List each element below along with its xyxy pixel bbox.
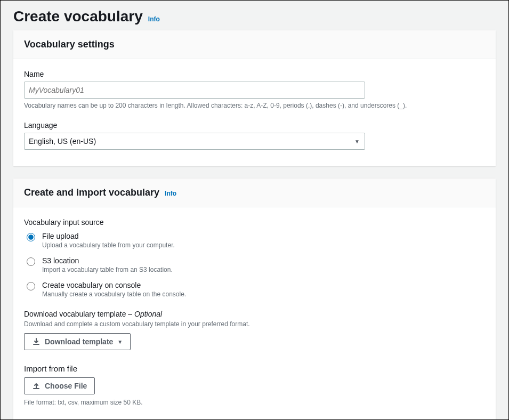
panel-title-settings: Vocabulary settings: [24, 39, 115, 50]
panel-create-import: Create and import vocabulary Info Vocabu…: [13, 179, 496, 420]
panel-vocabulary-settings: Vocabulary settings Name Vocabulary name…: [13, 30, 496, 166]
input-source-label: Vocabulary input source: [24, 218, 485, 227]
choose-file-button[interactable]: Choose File: [24, 377, 95, 394]
radio-console-desc: Manually create a vocabulary table on th…: [42, 290, 186, 298]
download-template-hint: Download and complete a custom vocabular…: [24, 320, 485, 328]
download-heading-optional: Optional: [134, 310, 162, 318]
name-label: Name: [24, 70, 485, 78]
radio-console[interactable]: [27, 282, 35, 290]
download-template-button[interactable]: Download template ▼: [24, 333, 131, 350]
language-value: English, US (en-US): [29, 137, 96, 146]
choose-file-label: Choose File: [45, 382, 87, 390]
radio-s3-location-desc: Import a vocabulary table from an S3 loc…: [42, 266, 173, 273]
download-template-heading: Download vocabulary template – Optional: [24, 310, 485, 318]
download-icon: [32, 337, 41, 346]
language-select[interactable]: English, US (en-US): [24, 133, 365, 150]
upload-icon: [32, 382, 41, 390]
caret-down-icon: ▼: [117, 339, 123, 345]
info-link-header[interactable]: Info: [148, 15, 160, 23]
radio-console-label: Create vocabulary on console: [42, 281, 186, 289]
radio-file-upload-label: File upload: [42, 232, 175, 240]
name-input[interactable]: [24, 82, 365, 99]
file-format-hint: File format: txt, csv, maximum size 50 K…: [24, 399, 485, 406]
page-title: Create vocabulary: [13, 8, 143, 25]
import-from-file-heading: Import from file: [24, 364, 485, 373]
radio-s3-location[interactable]: [27, 257, 35, 266]
radio-file-upload[interactable]: [27, 233, 35, 241]
radio-file-upload-desc: Upload a vocabulary table from your comp…: [42, 241, 175, 249]
panel-title-import: Create and import vocabulary: [24, 187, 159, 198]
language-label: Language: [24, 121, 485, 130]
download-template-label: Download template: [45, 337, 113, 346]
radio-s3-location-label: S3 location: [42, 256, 173, 265]
name-hint: Vocabulary names can be up to 200 charac…: [24, 102, 485, 109]
download-heading-prefix: Download vocabulary template –: [24, 310, 134, 318]
info-link-import[interactable]: Info: [165, 190, 176, 197]
